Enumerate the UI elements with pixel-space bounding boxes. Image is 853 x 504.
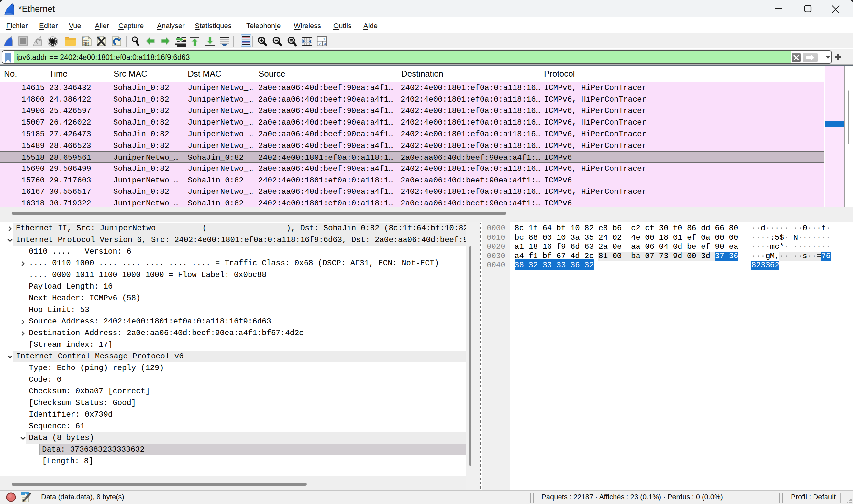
svg-text:0111: 0111 [84, 44, 89, 46]
svg-text:2: 2 [319, 42, 321, 46]
svg-text:1: 1 [323, 37, 325, 41]
svg-text:3: 3 [324, 42, 325, 46]
